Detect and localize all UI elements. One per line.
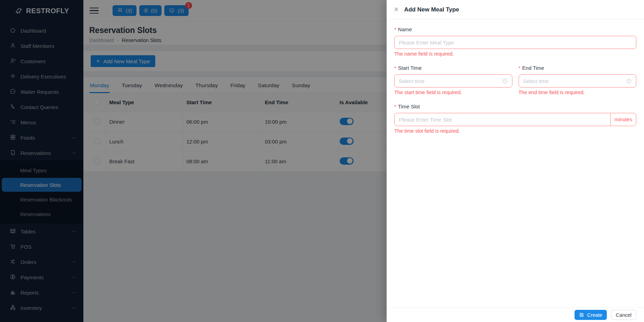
- name-input-wrapper: [394, 36, 636, 49]
- required-asterisk: *: [394, 65, 396, 71]
- time-slot-field-group: *Time Slot minutes The time slot field i…: [394, 104, 636, 134]
- drawer-title: Add New Meal Type: [404, 6, 459, 13]
- name-field-label: Name: [398, 26, 412, 32]
- clock-icon: [626, 78, 632, 84]
- drawer-overlay-mask[interactable]: [0, 0, 387, 322]
- time-slot-input[interactable]: [395, 117, 610, 123]
- add-meal-type-drawer: × Add New Meal Type *Name The name field…: [387, 0, 644, 322]
- end-time-input[interactable]: [523, 78, 626, 84]
- name-field-error: The name field is required.: [394, 51, 636, 57]
- end-time-input-wrapper: [519, 74, 637, 88]
- required-asterisk: *: [519, 65, 521, 71]
- clock-icon: [502, 78, 508, 84]
- start-time-field-label: Start Time: [398, 65, 422, 71]
- start-time-field-error: The start time field is required.: [394, 90, 512, 95]
- name-input[interactable]: [399, 40, 632, 46]
- end-time-field-error: The end time field is required.: [519, 90, 637, 95]
- time-slot-input-wrapper: minutes: [394, 113, 636, 126]
- close-icon[interactable]: ×: [394, 6, 398, 14]
- required-asterisk: *: [394, 104, 396, 109]
- time-slot-addon-minutes: minutes: [610, 113, 636, 126]
- name-field-group: *Name The name field is required.: [394, 26, 636, 57]
- start-time-input[interactable]: [399, 78, 502, 84]
- start-time-input-wrapper: [394, 74, 512, 88]
- drawer-footer: Create Cancel: [387, 307, 644, 322]
- drawer-body: *Name The name field is required. *Start…: [387, 19, 644, 149]
- time-slot-field-error: The time slot field is required.: [394, 128, 636, 134]
- time-slot-field-label: Time Slot: [398, 104, 420, 109]
- save-icon: [579, 312, 584, 317]
- create-button[interactable]: Create: [575, 310, 607, 320]
- time-fields-row: *Start Time The start time field is requ…: [394, 65, 636, 104]
- end-time-field-label: End Time: [522, 65, 544, 71]
- drawer-header: × Add New Meal Type: [387, 0, 644, 19]
- end-time-field-group: *End Time The end time field is required…: [519, 65, 637, 95]
- cancel-button[interactable]: Cancel: [611, 310, 636, 320]
- start-time-field-group: *Start Time The start time field is requ…: [394, 65, 512, 95]
- required-asterisk: *: [394, 26, 396, 32]
